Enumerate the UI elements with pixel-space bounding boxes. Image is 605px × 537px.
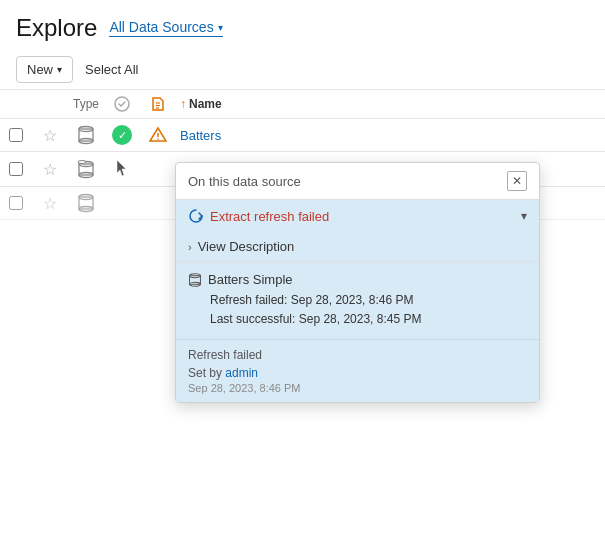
row1-star-icon[interactable]: ☆ bbox=[43, 126, 57, 145]
row2-status-cell bbox=[104, 158, 140, 180]
row1-checkbox-cell[interactable] bbox=[0, 128, 32, 142]
page-title: Explore bbox=[16, 14, 97, 42]
svg-point-14 bbox=[78, 161, 86, 164]
header-extract-cell bbox=[140, 96, 176, 112]
row1-extract-cell bbox=[140, 126, 176, 144]
popover-body: Extract refresh failed ▾ › View Descript… bbox=[176, 200, 539, 402]
view-description-chevron: › bbox=[188, 241, 192, 253]
table-row: ☆ Batters Simple On this data source bbox=[0, 152, 605, 187]
datasource-dropdown[interactable]: All Data Sources ▾ bbox=[109, 19, 222, 37]
row3-checkbox-cell[interactable] bbox=[0, 196, 32, 210]
row3-type-cell bbox=[68, 193, 104, 213]
popover-header-label: On this data source bbox=[188, 174, 301, 189]
toolbar: New ▾ Select All bbox=[0, 50, 605, 89]
ds-detail-info: Refresh failed: Sep 28, 2023, 8:46 PM La… bbox=[188, 291, 527, 329]
extract-refresh-chevron: ▾ bbox=[521, 209, 527, 223]
row3-star-icon[interactable]: ☆ bbox=[43, 194, 57, 213]
row1-connected-icon: ✓ bbox=[112, 125, 132, 145]
header-status-cell bbox=[104, 96, 140, 112]
refresh-failed-line: Refresh failed: Sep 28, 2023, 8:46 PM bbox=[210, 291, 527, 310]
ds-detail-type-icon bbox=[188, 273, 202, 287]
refresh-failed-section: Refresh failed Set by admin Sep 28, 2023… bbox=[176, 339, 539, 402]
view-description-label: View Description bbox=[198, 239, 295, 254]
row2-star-cell[interactable]: ☆ bbox=[32, 160, 68, 179]
datasource-dropdown-label: All Data Sources bbox=[109, 19, 213, 35]
row3-star-cell[interactable]: ☆ bbox=[32, 194, 68, 213]
row2-type-cell bbox=[68, 159, 104, 179]
row1-status-cell: ✓ bbox=[104, 125, 140, 145]
page-header: Explore All Data Sources ▾ bbox=[0, 0, 605, 50]
datasource-detail: Batters Simple Refresh failed: Sep 28, 2… bbox=[176, 262, 539, 339]
new-button-chevron: ▾ bbox=[57, 64, 62, 75]
extract-small-icon bbox=[188, 208, 204, 224]
row1-extract-icon bbox=[149, 126, 167, 144]
new-button[interactable]: New ▾ bbox=[16, 56, 73, 83]
checkmark-header-icon bbox=[114, 96, 130, 112]
row1-type-cell bbox=[68, 125, 104, 145]
extract-refresh-row[interactable]: Extract refresh failed ▾ bbox=[176, 200, 539, 232]
view-description-row[interactable]: › View Description bbox=[176, 232, 539, 262]
row2-checkbox[interactable] bbox=[9, 162, 23, 176]
set-by-label: Set by admin bbox=[188, 366, 527, 380]
extract-header-icon bbox=[150, 96, 166, 112]
row2-type-icon bbox=[76, 159, 96, 179]
row2-checkbox-cell[interactable] bbox=[0, 162, 32, 176]
row3-type-icon bbox=[77, 193, 95, 213]
ds-detail-name: Batters Simple bbox=[188, 272, 527, 287]
refresh-failed-section-label: Refresh failed bbox=[188, 348, 527, 362]
sort-arrow-icon: ↑ bbox=[180, 97, 186, 111]
extract-refresh-label: Extract refresh failed bbox=[210, 209, 329, 224]
select-all-button[interactable]: Select All bbox=[85, 62, 138, 77]
row3-checkbox[interactable] bbox=[9, 196, 23, 210]
popover-header: On this data source ✕ bbox=[176, 163, 539, 200]
table-row: ☆ ✓ Batters bbox=[0, 119, 605, 152]
row1-name-link[interactable]: Batters bbox=[180, 128, 221, 143]
row2-cursor-icon bbox=[112, 158, 132, 180]
extract-refresh-left: Extract refresh failed bbox=[188, 208, 329, 224]
header-name: ↑ Name bbox=[176, 97, 605, 111]
row2-star-icon[interactable]: ☆ bbox=[43, 160, 57, 179]
row1-type-icon bbox=[77, 125, 95, 145]
row1-star-cell[interactable]: ☆ bbox=[32, 126, 68, 145]
svg-point-10 bbox=[157, 138, 159, 140]
data-table: Type ↑ Name ☆ bbox=[0, 89, 605, 220]
popover-close-button[interactable]: ✕ bbox=[507, 171, 527, 191]
last-successful-line: Last successful: Sep 28, 2023, 8:45 PM bbox=[210, 310, 527, 329]
row1-name-cell: Batters bbox=[176, 128, 605, 143]
set-timestamp: Sep 28, 2023, 8:46 PM bbox=[188, 382, 527, 394]
datasource-dropdown-chevron: ▾ bbox=[218, 22, 223, 33]
header-type: Type bbox=[68, 97, 104, 111]
table-header: Type ↑ Name bbox=[0, 90, 605, 119]
status-popover: On this data source ✕ Extract refresh fa… bbox=[175, 162, 540, 403]
admin-link[interactable]: admin bbox=[225, 366, 258, 380]
row1-checkbox[interactable] bbox=[9, 128, 23, 142]
